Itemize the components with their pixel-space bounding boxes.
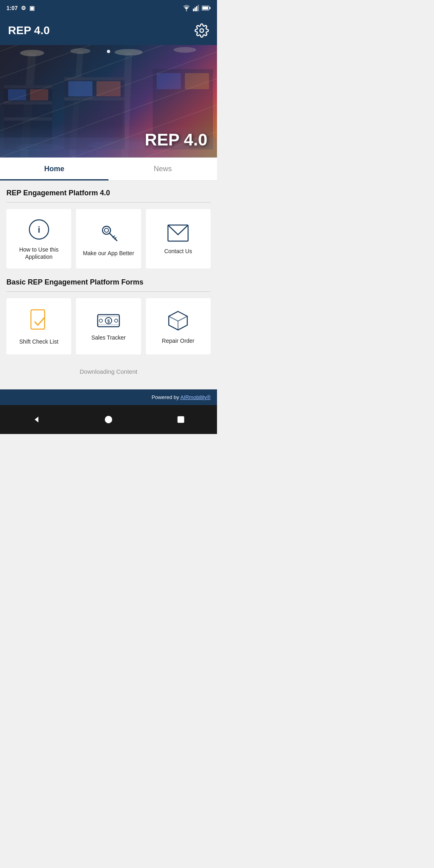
tab-news[interactable]: News (108, 158, 217, 180)
tabs-bar: Home News (0, 158, 217, 181)
footer-link[interactable]: AIRmobility® (180, 394, 211, 400)
svg-point-0 (186, 10, 187, 11)
footer-bar: Powered by AIRmobility® (0, 389, 217, 405)
svg-marker-54 (35, 417, 38, 423)
hero-title: REP 4.0 (145, 130, 207, 149)
tablet-check-icon (29, 309, 49, 332)
card-repair-order-label: Repair Order (162, 337, 194, 344)
svg-line-39 (115, 237, 116, 239)
svg-rect-56 (178, 416, 184, 423)
section-main-title: REP Engagement Platform 4.0 (6, 189, 211, 197)
status-right (182, 5, 211, 11)
content-area: REP Engagement Platform 4.0 i How to Use… (0, 181, 217, 389)
app-header: REP 4.0 (0, 16, 217, 45)
hero-indicator-dot (107, 50, 110, 53)
home-circle-icon (104, 415, 113, 424)
section-main: REP Engagement Platform 4.0 i How to Use… (6, 189, 211, 268)
section-divider-1 (6, 202, 211, 203)
svg-point-46 (99, 319, 102, 322)
nav-recents-button[interactable] (171, 409, 191, 430)
card-repair-order[interactable]: Repair Order (146, 298, 211, 354)
recents-icon (177, 416, 185, 424)
hero-banner: REP 4.0 (0, 45, 217, 158)
svg-point-47 (115, 319, 118, 322)
gear-icon (194, 23, 209, 38)
card-sales-tracker[interactable]: $ Sales Tracker (76, 298, 141, 354)
svg-point-35 (102, 226, 111, 234)
svg-line-38 (113, 236, 115, 237)
svg-rect-3 (196, 6, 197, 11)
downloading-status: Downloading Content (6, 364, 211, 381)
footer-label: Powered by (151, 394, 180, 400)
time-display: 1:07 (6, 5, 18, 11)
svg-rect-6 (209, 7, 211, 9)
card-contact-us-label: Contact Us (164, 248, 192, 255)
svg-text:$: $ (107, 319, 110, 323)
nav-bar (0, 405, 217, 434)
envelope-icon (167, 224, 189, 242)
battery-icon (202, 5, 211, 11)
svg-point-36 (104, 228, 108, 232)
sim-status-icon: ▣ (29, 5, 35, 11)
section-forms-title: Basic REP Engagement Platform Forms (6, 278, 211, 287)
section-forms: Basic REP Engagement Platform Forms Shif… (6, 278, 211, 354)
svg-line-51 (169, 316, 178, 321)
card-sales-tracker-label: Sales Tracker (91, 334, 126, 341)
svg-point-8 (200, 29, 204, 33)
svg-text:i: i (38, 225, 40, 235)
card-shift-check[interactable]: Shift Check List (6, 298, 71, 354)
card-shift-check-label: Shift Check List (19, 338, 58, 345)
card-make-better-label: Make our App Better (83, 250, 134, 257)
svg-rect-7 (203, 7, 208, 10)
nav-home-button[interactable] (98, 409, 119, 430)
box-icon (167, 310, 189, 332)
card-how-to-use[interactable]: i How to Use this Application (6, 209, 71, 268)
card-make-better[interactable]: Make our App Better (76, 209, 141, 268)
svg-point-55 (105, 416, 112, 423)
signal-icon (193, 5, 199, 11)
money-icon: $ (97, 313, 120, 328)
back-icon (32, 415, 41, 424)
status-bar: 1:07 ⚙ ▣ (0, 0, 217, 16)
wifi-icon (182, 5, 190, 11)
section-divider-2 (6, 291, 211, 292)
nav-back-button[interactable] (26, 409, 46, 430)
card-contact-us[interactable]: Contact Us (146, 209, 211, 268)
app-title: REP 4.0 (8, 24, 50, 37)
svg-rect-2 (194, 7, 196, 11)
svg-rect-4 (198, 5, 199, 11)
settings-status-icon: ⚙ (21, 5, 26, 11)
tab-home[interactable]: Home (0, 158, 108, 180)
svg-rect-1 (193, 9, 194, 11)
svg-line-52 (178, 316, 187, 321)
key-icon (98, 222, 119, 244)
forms-cards-grid: Shift Check List $ Sales Tr (6, 298, 211, 354)
status-left: 1:07 ⚙ ▣ (6, 5, 35, 11)
card-how-to-use-label: How to Use this Application (10, 246, 68, 260)
info-circle-icon: i (28, 219, 50, 240)
settings-button[interactable] (194, 23, 209, 38)
main-cards-grid: i How to Use this Application Make ou (6, 209, 211, 268)
